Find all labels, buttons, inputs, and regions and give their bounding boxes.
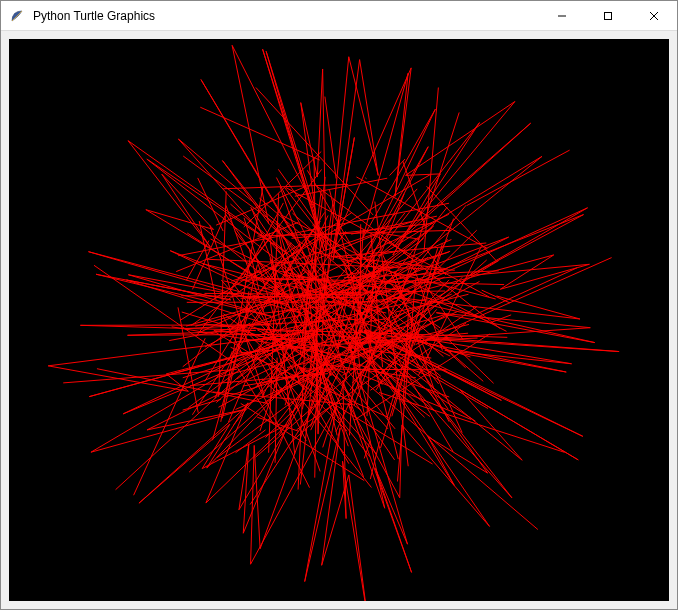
turtle-drawing — [48, 45, 619, 601]
turtle-canvas — [9, 39, 669, 601]
turtle-feather-icon — [9, 8, 25, 24]
svg-rect-1 — [605, 12, 612, 19]
window-controls — [539, 1, 677, 30]
client-area — [1, 31, 677, 609]
maximize-button[interactable] — [585, 1, 631, 30]
titlebar[interactable]: Python Turtle Graphics — [1, 1, 677, 31]
turtle-canvas-frame — [9, 39, 669, 601]
minimize-button[interactable] — [539, 1, 585, 30]
close-button[interactable] — [631, 1, 677, 30]
window-title: Python Turtle Graphics — [31, 9, 539, 23]
